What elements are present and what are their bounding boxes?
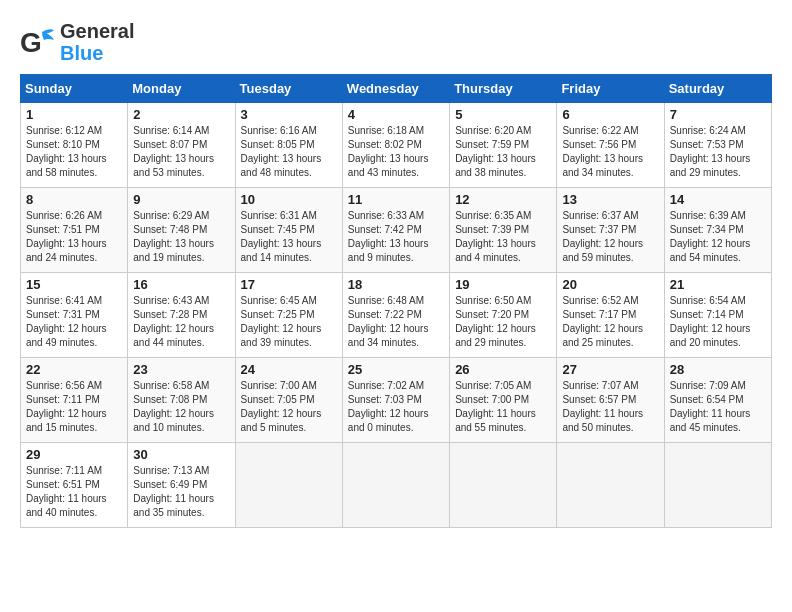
day-info: Sunrise: 7:07 AMSunset: 6:57 PMDaylight:… (562, 379, 658, 435)
calendar-cell: 6Sunrise: 6:22 AMSunset: 7:56 PMDaylight… (557, 103, 664, 188)
day-number: 28 (670, 362, 766, 377)
calendar-weekday-header: Saturday (664, 75, 771, 103)
day-number: 9 (133, 192, 229, 207)
day-info: Sunrise: 6:54 AMSunset: 7:14 PMDaylight:… (670, 294, 766, 350)
calendar-cell: 8Sunrise: 6:26 AMSunset: 7:51 PMDaylight… (21, 188, 128, 273)
day-info: Sunrise: 6:33 AMSunset: 7:42 PMDaylight:… (348, 209, 444, 265)
calendar-cell: 22Sunrise: 6:56 AMSunset: 7:11 PMDayligh… (21, 358, 128, 443)
calendar-weekday-header: Monday (128, 75, 235, 103)
calendar-weekday-header: Tuesday (235, 75, 342, 103)
calendar-cell (557, 443, 664, 528)
calendar-weekday-header: Friday (557, 75, 664, 103)
day-number: 4 (348, 107, 444, 122)
calendar-cell: 19Sunrise: 6:50 AMSunset: 7:20 PMDayligh… (450, 273, 557, 358)
day-info: Sunrise: 7:13 AMSunset: 6:49 PMDaylight:… (133, 464, 229, 520)
day-info: Sunrise: 6:37 AMSunset: 7:37 PMDaylight:… (562, 209, 658, 265)
calendar-cell: 4Sunrise: 6:18 AMSunset: 8:02 PMDaylight… (342, 103, 449, 188)
calendar-cell: 18Sunrise: 6:48 AMSunset: 7:22 PMDayligh… (342, 273, 449, 358)
day-number: 19 (455, 277, 551, 292)
day-number: 11 (348, 192, 444, 207)
day-info: Sunrise: 6:48 AMSunset: 7:22 PMDaylight:… (348, 294, 444, 350)
day-number: 23 (133, 362, 229, 377)
day-number: 6 (562, 107, 658, 122)
logo-blue: Blue (60, 42, 103, 64)
day-number: 30 (133, 447, 229, 462)
calendar-cell: 28Sunrise: 7:09 AMSunset: 6:54 PMDayligh… (664, 358, 771, 443)
calendar-cell: 27Sunrise: 7:07 AMSunset: 6:57 PMDayligh… (557, 358, 664, 443)
calendar-week-row: 29Sunrise: 7:11 AMSunset: 6:51 PMDayligh… (21, 443, 772, 528)
day-number: 24 (241, 362, 337, 377)
calendar-cell: 5Sunrise: 6:20 AMSunset: 7:59 PMDaylight… (450, 103, 557, 188)
day-info: Sunrise: 6:26 AMSunset: 7:51 PMDaylight:… (26, 209, 122, 265)
day-number: 29 (26, 447, 122, 462)
day-info: Sunrise: 7:05 AMSunset: 7:00 PMDaylight:… (455, 379, 551, 435)
day-number: 20 (562, 277, 658, 292)
day-info: Sunrise: 6:18 AMSunset: 8:02 PMDaylight:… (348, 124, 444, 180)
day-info: Sunrise: 6:50 AMSunset: 7:20 PMDaylight:… (455, 294, 551, 350)
day-info: Sunrise: 7:09 AMSunset: 6:54 PMDaylight:… (670, 379, 766, 435)
calendar-cell: 15Sunrise: 6:41 AMSunset: 7:31 PMDayligh… (21, 273, 128, 358)
calendar-header-row: SundayMondayTuesdayWednesdayThursdayFrid… (21, 75, 772, 103)
logo-icon: G (20, 24, 56, 60)
calendar-week-row: 22Sunrise: 6:56 AMSunset: 7:11 PMDayligh… (21, 358, 772, 443)
day-info: Sunrise: 7:00 AMSunset: 7:05 PMDaylight:… (241, 379, 337, 435)
calendar-cell: 29Sunrise: 7:11 AMSunset: 6:51 PMDayligh… (21, 443, 128, 528)
day-info: Sunrise: 7:11 AMSunset: 6:51 PMDaylight:… (26, 464, 122, 520)
day-number: 2 (133, 107, 229, 122)
calendar-cell: 13Sunrise: 6:37 AMSunset: 7:37 PMDayligh… (557, 188, 664, 273)
calendar-weekday-header: Wednesday (342, 75, 449, 103)
calendar-cell: 21Sunrise: 6:54 AMSunset: 7:14 PMDayligh… (664, 273, 771, 358)
day-number: 3 (241, 107, 337, 122)
calendar-weekday-header: Sunday (21, 75, 128, 103)
calendar-table: SundayMondayTuesdayWednesdayThursdayFrid… (20, 74, 772, 528)
day-number: 16 (133, 277, 229, 292)
calendar-week-row: 15Sunrise: 6:41 AMSunset: 7:31 PMDayligh… (21, 273, 772, 358)
day-info: Sunrise: 6:31 AMSunset: 7:45 PMDaylight:… (241, 209, 337, 265)
day-info: Sunrise: 6:14 AMSunset: 8:07 PMDaylight:… (133, 124, 229, 180)
calendar-week-row: 1Sunrise: 6:12 AMSunset: 8:10 PMDaylight… (21, 103, 772, 188)
day-number: 26 (455, 362, 551, 377)
day-number: 12 (455, 192, 551, 207)
calendar-cell: 11Sunrise: 6:33 AMSunset: 7:42 PMDayligh… (342, 188, 449, 273)
calendar-cell: 1Sunrise: 6:12 AMSunset: 8:10 PMDaylight… (21, 103, 128, 188)
day-number: 5 (455, 107, 551, 122)
day-number: 15 (26, 277, 122, 292)
logo: G General Blue (20, 20, 134, 64)
calendar-cell (450, 443, 557, 528)
day-info: Sunrise: 6:41 AMSunset: 7:31 PMDaylight:… (26, 294, 122, 350)
day-info: Sunrise: 7:02 AMSunset: 7:03 PMDaylight:… (348, 379, 444, 435)
calendar-cell: 16Sunrise: 6:43 AMSunset: 7:28 PMDayligh… (128, 273, 235, 358)
day-info: Sunrise: 6:22 AMSunset: 7:56 PMDaylight:… (562, 124, 658, 180)
day-number: 17 (241, 277, 337, 292)
calendar-cell: 24Sunrise: 7:00 AMSunset: 7:05 PMDayligh… (235, 358, 342, 443)
calendar-cell: 9Sunrise: 6:29 AMSunset: 7:48 PMDaylight… (128, 188, 235, 273)
calendar-cell: 10Sunrise: 6:31 AMSunset: 7:45 PMDayligh… (235, 188, 342, 273)
calendar-cell: 12Sunrise: 6:35 AMSunset: 7:39 PMDayligh… (450, 188, 557, 273)
day-info: Sunrise: 6:35 AMSunset: 7:39 PMDaylight:… (455, 209, 551, 265)
day-info: Sunrise: 6:24 AMSunset: 7:53 PMDaylight:… (670, 124, 766, 180)
calendar-cell: 23Sunrise: 6:58 AMSunset: 7:08 PMDayligh… (128, 358, 235, 443)
calendar-cell: 14Sunrise: 6:39 AMSunset: 7:34 PMDayligh… (664, 188, 771, 273)
calendar-cell: 20Sunrise: 6:52 AMSunset: 7:17 PMDayligh… (557, 273, 664, 358)
day-number: 13 (562, 192, 658, 207)
calendar-cell: 25Sunrise: 7:02 AMSunset: 7:03 PMDayligh… (342, 358, 449, 443)
day-info: Sunrise: 6:58 AMSunset: 7:08 PMDaylight:… (133, 379, 229, 435)
logo-general: General (60, 20, 134, 42)
calendar-week-row: 8Sunrise: 6:26 AMSunset: 7:51 PMDaylight… (21, 188, 772, 273)
calendar-cell (235, 443, 342, 528)
day-info: Sunrise: 6:43 AMSunset: 7:28 PMDaylight:… (133, 294, 229, 350)
day-info: Sunrise: 6:45 AMSunset: 7:25 PMDaylight:… (241, 294, 337, 350)
day-number: 1 (26, 107, 122, 122)
day-number: 14 (670, 192, 766, 207)
page-header: G General Blue (20, 20, 772, 64)
day-info: Sunrise: 6:39 AMSunset: 7:34 PMDaylight:… (670, 209, 766, 265)
day-number: 21 (670, 277, 766, 292)
day-number: 10 (241, 192, 337, 207)
day-number: 25 (348, 362, 444, 377)
svg-text:G: G (20, 27, 42, 58)
calendar-cell: 17Sunrise: 6:45 AMSunset: 7:25 PMDayligh… (235, 273, 342, 358)
day-info: Sunrise: 6:56 AMSunset: 7:11 PMDaylight:… (26, 379, 122, 435)
calendar-cell: 26Sunrise: 7:05 AMSunset: 7:00 PMDayligh… (450, 358, 557, 443)
day-number: 27 (562, 362, 658, 377)
day-number: 8 (26, 192, 122, 207)
